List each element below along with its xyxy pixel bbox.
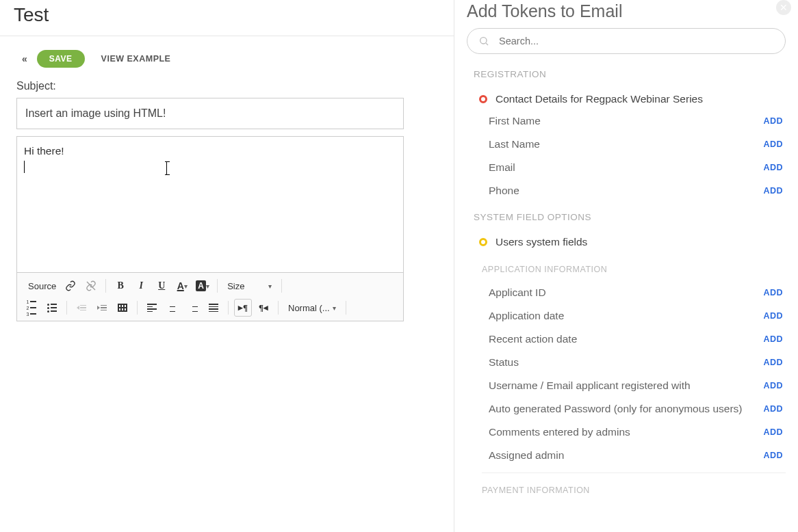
- registration-category[interactable]: Contact Details for Regpack Webinar Seri…: [467, 89, 786, 109]
- email-form: Subject: Hi there! Source: [0, 80, 454, 321]
- token-row: Username / Email applicant registered wi…: [467, 374, 786, 397]
- text-color-button[interactable]: A▾: [173, 277, 191, 295]
- source-button[interactable]: Source: [23, 281, 59, 291]
- back-icon[interactable]: «: [22, 53, 27, 64]
- token-row: Auto generated Password (only for anonym…: [467, 397, 786, 421]
- svg-line-2: [486, 43, 488, 45]
- italic-button[interactable]: I: [132, 277, 150, 295]
- add-token-button[interactable]: ADD: [763, 139, 783, 149]
- category-label: Users system fields: [495, 236, 587, 248]
- rtl-button[interactable]: ¶◂: [255, 299, 272, 317]
- token-label: Status: [489, 356, 519, 369]
- add-token-button[interactable]: ADD: [763, 427, 783, 437]
- align-left-icon: [147, 304, 157, 312]
- bullet-list-button[interactable]: [43, 299, 61, 317]
- close-panel-button[interactable]: ✕: [776, 0, 791, 15]
- registration-section-header: REGISTRATION: [474, 69, 786, 79]
- add-token-button[interactable]: ADD: [763, 404, 783, 414]
- add-token-button[interactable]: ADD: [763, 358, 783, 367]
- toolbar-separator: [105, 279, 106, 293]
- token-label: Recent action date: [489, 333, 577, 345]
- table-button[interactable]: [114, 299, 131, 317]
- indent-button[interactable]: [93, 299, 111, 317]
- link-button[interactable]: [62, 277, 79, 295]
- toolbar-separator: [137, 301, 138, 315]
- format-label: Normal (...: [288, 303, 330, 313]
- chevron-down-icon: ▾: [268, 282, 272, 290]
- add-token-button[interactable]: ADD: [763, 186, 783, 196]
- toolbar-separator: [281, 279, 282, 293]
- bullet-icon: [479, 238, 487, 246]
- editor-body[interactable]: Hi there!: [17, 137, 403, 272]
- token-search[interactable]: [467, 28, 786, 54]
- token-label: Application date: [489, 310, 564, 322]
- align-justify-button[interactable]: [205, 299, 222, 317]
- add-token-button[interactable]: ADD: [763, 311, 783, 321]
- token-search-input[interactable]: [499, 36, 774, 46]
- tokens-panel-title: Add Tokens to Email: [467, 1, 786, 21]
- svg-point-1: [480, 38, 487, 44]
- system-category[interactable]: Users system fields: [467, 232, 786, 252]
- token-label: Auto generated Password (only for anonym…: [489, 403, 742, 415]
- align-left-button[interactable]: [143, 299, 161, 317]
- add-token-button[interactable]: ADD: [763, 163, 783, 172]
- source-label: Source: [28, 281, 56, 291]
- token-label: Email: [489, 161, 515, 174]
- add-token-button[interactable]: ADD: [763, 288, 783, 297]
- table-icon: [118, 304, 127, 312]
- section-divider: [482, 473, 786, 473]
- token-label: Username / Email applicant registered wi…: [489, 380, 691, 392]
- outdent-icon: [77, 305, 86, 311]
- token-row: Recent action dateADD: [467, 328, 786, 351]
- editor-text: Hi there!: [24, 145, 64, 157]
- text-caret: [24, 161, 25, 173]
- add-token-button[interactable]: ADD: [763, 381, 783, 390]
- actions-row: « SAVE VIEW EXAMPLE: [0, 36, 454, 80]
- unlink-icon: [86, 280, 96, 291]
- token-row: Applicant IDADD: [467, 281, 786, 304]
- size-label: Size: [227, 281, 244, 291]
- token-label: Comments entered by admins: [489, 426, 630, 438]
- system-section-header: SYSTEM FIELD OPTIONS: [474, 212, 786, 222]
- align-center-button[interactable]: [164, 299, 181, 317]
- toolbar-separator: [228, 301, 229, 315]
- numbered-list-button[interactable]: 1 2 3: [23, 299, 40, 317]
- email-editor-pane: Test « SAVE VIEW EXAMPLE Subject: Hi the…: [0, 0, 454, 532]
- font-size-select[interactable]: Size ▾: [223, 281, 275, 291]
- align-right-button[interactable]: [184, 299, 202, 317]
- ibeam-cursor-icon: [166, 161, 167, 175]
- app-info-header: APPLICATION INFORMATION: [482, 265, 786, 274]
- align-center-icon: [168, 304, 177, 312]
- bold-button[interactable]: B: [112, 277, 129, 295]
- token-row: First NameADD: [467, 109, 786, 133]
- add-token-button[interactable]: ADD: [763, 334, 783, 344]
- view-example-button[interactable]: VIEW EXAMPLE: [101, 54, 171, 64]
- token-label: Assigned admin: [489, 449, 564, 462]
- page-title: Test: [0, 0, 454, 36]
- outdent-button[interactable]: [73, 299, 90, 317]
- ltr-button[interactable]: ▸¶: [234, 299, 252, 317]
- add-token-button[interactable]: ADD: [763, 116, 783, 126]
- paragraph-format-select[interactable]: Normal (... ▾: [284, 303, 340, 313]
- token-label: Last Name: [489, 138, 540, 150]
- subject-input[interactable]: [16, 98, 404, 129]
- align-right-icon: [188, 304, 198, 312]
- save-button[interactable]: SAVE: [37, 50, 85, 68]
- token-row: EmailADD: [467, 156, 786, 179]
- toolbar-separator: [217, 279, 218, 293]
- ordered-list-icon: 1 2 3: [27, 300, 37, 317]
- token-label: First Name: [489, 115, 541, 127]
- toolbar-separator: [66, 301, 67, 315]
- unlink-button[interactable]: [82, 277, 100, 295]
- link-icon: [65, 280, 76, 291]
- bullet-icon: [479, 95, 487, 103]
- add-token-button[interactable]: ADD: [763, 451, 783, 460]
- token-row: PhoneADD: [467, 179, 786, 202]
- highlight-button[interactable]: A▾: [194, 277, 211, 295]
- subject-label: Subject:: [16, 80, 437, 92]
- token-row: Assigned adminADD: [467, 444, 786, 467]
- token-row: Comments entered by adminsADD: [467, 421, 786, 444]
- align-justify-icon: [209, 304, 218, 312]
- indent-icon: [97, 305, 107, 311]
- underline-button[interactable]: U: [153, 277, 170, 295]
